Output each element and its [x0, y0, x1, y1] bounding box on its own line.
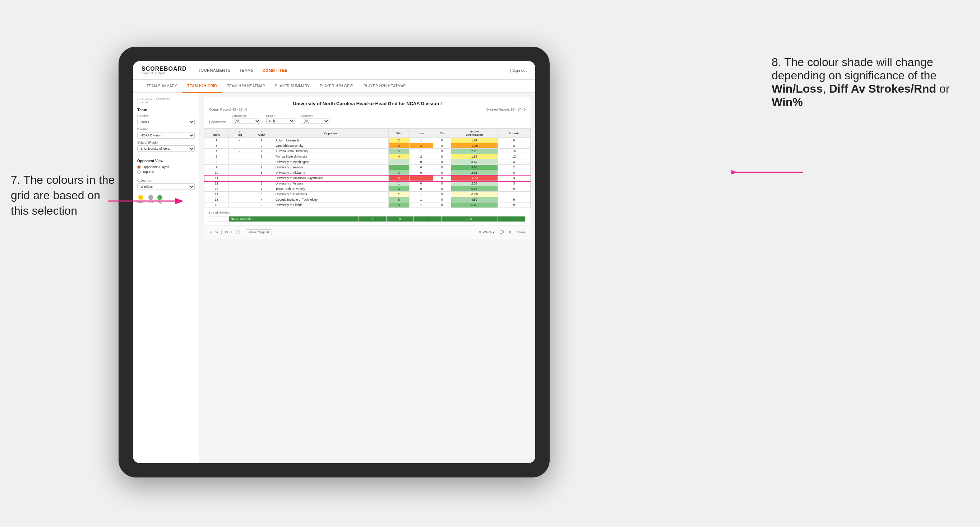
col-rank: #Rank: [204, 129, 229, 138]
cell-reg: [229, 143, 250, 149]
cell-opponent: Vanderbilt University: [273, 143, 388, 149]
tab-team-h2h-grid[interactable]: TEAM H2H GRID: [182, 80, 222, 93]
cell-conf: 1: [250, 186, 273, 192]
comment-icon[interactable]: 💬: [500, 230, 504, 234]
share-icon[interactable]: ⊞: [509, 230, 512, 234]
cell-rounds: 3: [498, 176, 530, 181]
watch-button[interactable]: 👁 Watch ▾: [479, 230, 495, 234]
cell-diff: 4.50: [451, 197, 498, 202]
school-label: School (Rank): [137, 141, 195, 144]
region-filter-label: Region: [266, 114, 295, 117]
division-record: Division Record: 88 - 17 - 0: [487, 108, 525, 111]
cell-opponent: University of Alabama: [273, 170, 388, 176]
cell-win: 3: [389, 202, 409, 208]
opponents-label: Opponents:: [209, 120, 226, 124]
conference-filter: Conference (All): [232, 114, 261, 124]
region-filter-select[interactable]: (All): [266, 118, 295, 124]
tab-player-summary[interactable]: PLAYER SUMMARY: [270, 80, 315, 93]
top-100-radio[interactable]: [137, 170, 141, 174]
redo-icon[interactable]: ↪: [215, 230, 218, 234]
nav-committee[interactable]: COMMITTEE: [262, 68, 288, 73]
cell-win: 2: [389, 138, 409, 143]
annotation-left-text: The colours in the grid are based on thi…: [11, 173, 115, 217]
cell-win: 5: [389, 149, 409, 154]
cell-reg: [229, 197, 250, 202]
overall-record: Overall Record: 89 - 17 - 0: [209, 108, 247, 111]
tab-player-h2h-grid[interactable]: PLAYER H2H GRID: [315, 80, 358, 93]
add-icon[interactable]: +: [231, 230, 233, 234]
cell-conf: 2: [250, 143, 273, 149]
table-row: 9 1 University of Arizona 1 0 0 9.00 2: [204, 165, 531, 170]
cell-rank: 8: [204, 159, 229, 165]
cell-tie: 0: [414, 216, 442, 222]
share-button[interactable]: Share: [517, 230, 525, 234]
nav-teams[interactable]: TEAMS: [239, 68, 254, 73]
forward-icon[interactable]: ⟩: [221, 230, 223, 234]
tab-team-h2h-heatmap[interactable]: TEAM H2H HEATMAP: [222, 80, 270, 93]
view-original-button[interactable]: View: Original: [246, 229, 272, 235]
cell-conf: 5: [250, 170, 273, 176]
cell-diff: -1.00: [451, 192, 498, 197]
nav-bar: SCOREBOARD Powered by clippd TOURNAMENTS…: [133, 61, 535, 80]
division-select[interactable]: NCAA Division I: [137, 132, 195, 138]
grid-container: University of North Carolina Head-to-Hea…: [204, 97, 531, 225]
tab-player-h2h-heatmap[interactable]: PLAYER H2H HEATMAP: [358, 80, 410, 93]
cell-loss: 1: [409, 138, 433, 143]
cell-diff: 1.67: [451, 138, 498, 143]
nav-tournaments[interactable]: TOURNAMENTS: [198, 68, 231, 73]
cell-diff: 3.67: [451, 159, 498, 165]
table-row: 6 2 Florida State University 4 2 0 1.83 …: [204, 154, 531, 159]
tab-team-summary[interactable]: TEAM SUMMARY: [142, 80, 182, 93]
opponent-filter-select[interactable]: (All): [301, 118, 329, 124]
cell-loss: 0: [409, 159, 433, 165]
gender-select[interactable]: Men's: [137, 119, 195, 125]
cell-loss: 4: [409, 143, 433, 149]
copy-icon[interactable]: ⧉: [225, 230, 228, 235]
conference-filter-select[interactable]: (All): [232, 118, 261, 124]
cell-conf: 1: [250, 149, 273, 154]
last-updated: Last Updated: 27/03/2024 16:55:38: [137, 98, 195, 104]
top-100-option[interactable]: Top 100: [137, 170, 195, 174]
table-row: 8 2 University of Washington 1 0 0 3.67 …: [204, 159, 531, 165]
cell-rounds: 2: [498, 165, 530, 170]
undo-icon[interactable]: ↩: [210, 230, 212, 234]
cell-tie: 0: [433, 159, 451, 165]
cell-loss: 0: [409, 186, 433, 192]
cell-win: 1: [389, 159, 409, 165]
cell-tie: 0: [433, 197, 451, 202]
opponent-filter: Opponent (All): [301, 114, 329, 124]
table-row: NCAA Division II 1 0 0 26.00 3: [210, 216, 525, 222]
cell-rank: 15: [204, 197, 229, 202]
cell-opponent: NCAA Division II: [229, 216, 358, 222]
cell-loss: 1: [409, 202, 433, 208]
cell-loss: 0: [386, 216, 414, 222]
cell-rounds: 8: [498, 170, 530, 176]
annotation-right: 8. The colour shade will change dependin…: [772, 56, 958, 109]
grid-area: University of North Carolina Head-to-Hea…: [199, 93, 535, 463]
cell-rounds: 3: [498, 216, 525, 222]
cell-division-name: [210, 216, 229, 222]
cell-rank: 4: [204, 149, 229, 154]
cell-diff: 5.56: [451, 186, 498, 192]
cell-tie: 0: [433, 149, 451, 154]
cell-win: 3: [389, 186, 409, 192]
toolbar-right: 👁 Watch ▾ 💬 ⊞ Share: [479, 230, 525, 234]
logo-title: SCOREBOARD: [142, 66, 187, 72]
cell-diff: -2.29: [451, 143, 498, 149]
cell-rounds: 3: [498, 181, 530, 186]
colour-by-select[interactable]: Win/loss: [137, 183, 195, 190]
out-of-division-section: Out of division NCAA Division II 1 0 0 2…: [204, 208, 531, 225]
col-win: Win: [389, 129, 409, 138]
table-row: 16 2 University of Florida 3 1 0 6.62 9: [204, 202, 531, 208]
school-select[interactable]: 1. University of Nort...: [137, 145, 195, 152]
cell-opponent: Florida State University: [273, 154, 388, 159]
opponents-played-option[interactable]: Opponents Played: [137, 165, 195, 169]
cell-reg: [229, 159, 250, 165]
cell-rounds: 8: [498, 143, 530, 149]
arrow-right-svg: [732, 162, 803, 183]
table-row: 11 6 University of Arkansas, Fayettevill…: [204, 176, 531, 181]
opponents-played-radio[interactable]: [137, 165, 141, 169]
clock-icon[interactable]: 🕐: [235, 230, 240, 234]
sign-out[interactable]: | Sign out: [510, 68, 527, 73]
cell-opponent: Georgia Institute of Technology: [273, 197, 388, 202]
